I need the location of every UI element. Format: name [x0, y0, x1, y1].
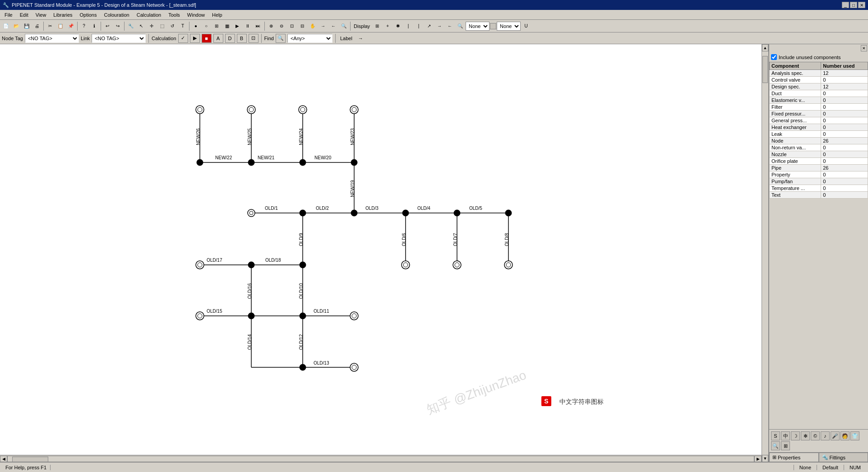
icon-1[interactable]: S — [771, 431, 780, 440]
move-btn[interactable]: ✛ — [147, 21, 157, 31]
icon-10[interactable]: 🔍 — [771, 441, 780, 450]
rotate-btn[interactable]: ↺ — [167, 21, 177, 31]
scroll-down-btn[interactable]: ▼ — [762, 455, 768, 462]
find-btn[interactable]: 🔍 — [339, 21, 349, 31]
disp4-btn[interactable]: | — [403, 21, 413, 31]
disp9-btn[interactable]: 🔍 — [455, 21, 465, 31]
menu-calculation[interactable]: Calculation — [133, 11, 165, 19]
component-name: Property — [770, 171, 821, 178]
menu-tools[interactable]: Tools — [165, 11, 184, 19]
calc-play-btn[interactable]: ▶ — [190, 34, 200, 43]
text-btn[interactable]: T — [178, 21, 188, 31]
scroll-up-btn[interactable]: ▲ — [762, 44, 768, 51]
disp5-btn[interactable]: | — [414, 21, 424, 31]
node-tag-select[interactable]: <NO TAG> — [25, 34, 79, 43]
paste-btn[interactable]: 📌 — [66, 21, 76, 31]
number-used-value: 26 — [821, 165, 868, 171]
canvas-area[interactable]: NEW/26 NEW/25 NEW/24 NEW/23 NEW/22 NEW/2… — [0, 44, 762, 455]
disp8-btn[interactable]: ← — [445, 21, 455, 31]
fittings-tab[interactable]: 🔩 Fittings — [819, 453, 868, 462]
run-btn[interactable]: ▶ — [232, 21, 242, 31]
close-btn[interactable]: ✕ — [858, 2, 865, 8]
component-name: Non-return va... — [770, 144, 821, 151]
display-select-1[interactable]: None — [466, 22, 489, 31]
tools-btn[interactable]: 🔧 — [126, 21, 136, 31]
arrow-l-btn[interactable]: ← — [328, 21, 338, 31]
zoom-fit-btn[interactable]: ⊡ — [287, 21, 297, 31]
undo-btn[interactable]: ↩ — [102, 21, 112, 31]
cursor-btn[interactable]: ↖ — [136, 21, 146, 31]
bottom-scrollbar[interactable]: ◀ ▶ — [0, 455, 762, 462]
icon-5[interactable]: © — [811, 431, 820, 440]
properties-tab[interactable]: ⊞ Properties — [769, 453, 819, 462]
icon-3[interactable]: ☽ — [791, 431, 800, 440]
icon-11[interactable]: ⊞ — [781, 441, 790, 450]
scroll-thumb-v[interactable] — [762, 56, 768, 83]
select-btn[interactable]: ⬚ — [157, 21, 167, 31]
disp7-btn[interactable]: → — [434, 21, 444, 31]
calc-b-btn[interactable]: B — [237, 34, 247, 43]
icon-2[interactable]: 中 — [781, 431, 790, 440]
disp1-btn[interactable]: ⊞ — [372, 21, 382, 31]
zoom-in-btn[interactable]: ⊕ — [266, 21, 276, 31]
arrow-r-btn[interactable]: → — [318, 21, 328, 31]
icon-8[interactable]: 🧑 — [840, 431, 850, 440]
minimize-btn[interactable]: _ — [842, 2, 849, 8]
menu-options[interactable]: Options — [76, 11, 101, 19]
find-icon-btn[interactable]: 🔍 — [276, 34, 286, 43]
calc-check-btn[interactable]: ✓ — [178, 34, 188, 43]
icon-4[interactable]: ✻ — [801, 431, 810, 440]
menu-colouration[interactable]: Colouration — [100, 11, 133, 19]
number-used-value: 0 — [821, 77, 868, 83]
calc-a-btn[interactable]: A — [213, 34, 223, 43]
include-unused-checkbox[interactable] — [771, 54, 777, 60]
pipe-btn[interactable]: ○ — [201, 21, 211, 31]
copy-btn[interactable]: 📋 — [55, 21, 65, 31]
calc-stop-btn[interactable]: ■ — [202, 34, 212, 43]
menu-view[interactable]: View — [32, 11, 50, 19]
component-name: Filter — [770, 104, 821, 111]
redo-btn[interactable]: ↪ — [113, 21, 123, 31]
pan-btn[interactable]: ✋ — [308, 21, 318, 31]
zoom-out-btn[interactable]: ⊖ — [277, 21, 286, 31]
vertical-scrollbar[interactable]: ▲ ▼ — [762, 44, 769, 462]
calc-extra-btn[interactable]: ⊡ — [249, 34, 259, 43]
menu-help[interactable]: Help — [208, 11, 226, 19]
menu-file[interactable]: File — [1, 11, 16, 19]
disp3-btn[interactable]: ✱ — [393, 21, 403, 31]
scroll-right-btn[interactable]: ▶ — [754, 456, 762, 462]
display-select-2[interactable]: None — [497, 22, 521, 31]
menu-window[interactable]: Window — [184, 11, 208, 19]
menu-edit[interactable]: Edit — [16, 11, 32, 19]
link-select[interactable]: <NO TAG> — [92, 34, 146, 43]
calc-d-btn[interactable]: D — [225, 34, 235, 43]
find-any-select[interactable]: <Any> — [287, 34, 332, 43]
open-btn[interactable]: 📂 — [11, 21, 21, 31]
step-btn[interactable]: ⏭ — [253, 21, 263, 31]
node-btn[interactable]: ● — [191, 21, 201, 31]
cut-btn[interactable]: ✂ — [45, 21, 55, 31]
title-bar: 🔧 PIPENET Standard Module - Example 5 - … — [0, 0, 868, 10]
new-btn[interactable]: 📄 — [1, 21, 11, 31]
icon-7[interactable]: 🎤 — [831, 431, 840, 440]
menu-libraries[interactable]: Libraries — [50, 11, 76, 19]
icon-9[interactable]: 👕 — [850, 431, 859, 440]
maximize-btn[interactable]: □ — [850, 2, 857, 8]
u-btn[interactable]: U — [521, 21, 531, 31]
scroll-left-btn[interactable]: ◀ — [0, 456, 7, 462]
label-arrow-btn[interactable]: → — [356, 35, 365, 42]
comp-btn[interactable]: ⊞ — [212, 21, 222, 31]
disp2-btn[interactable]: + — [383, 21, 392, 31]
panel-close-btn[interactable]: ✕ — [861, 45, 867, 51]
save-btn[interactable]: 💾 — [22, 21, 32, 31]
scroll-thumb-h[interactable] — [12, 457, 48, 462]
title-bar-controls[interactable]: _ □ ✕ — [842, 2, 865, 8]
stop-btn[interactable]: ⏸ — [243, 21, 253, 31]
zone-btn[interactable]: ▦ — [222, 21, 232, 31]
info-btn[interactable]: ℹ — [89, 21, 99, 31]
disp6-btn[interactable]: ↗ — [424, 21, 434, 31]
print-btn[interactable]: 🖨 — [32, 21, 42, 31]
help-btn[interactable]: ? — [79, 21, 89, 31]
zoom-sel-btn[interactable]: ⊟ — [297, 21, 307, 31]
icon-6[interactable]: ♪ — [821, 431, 830, 440]
